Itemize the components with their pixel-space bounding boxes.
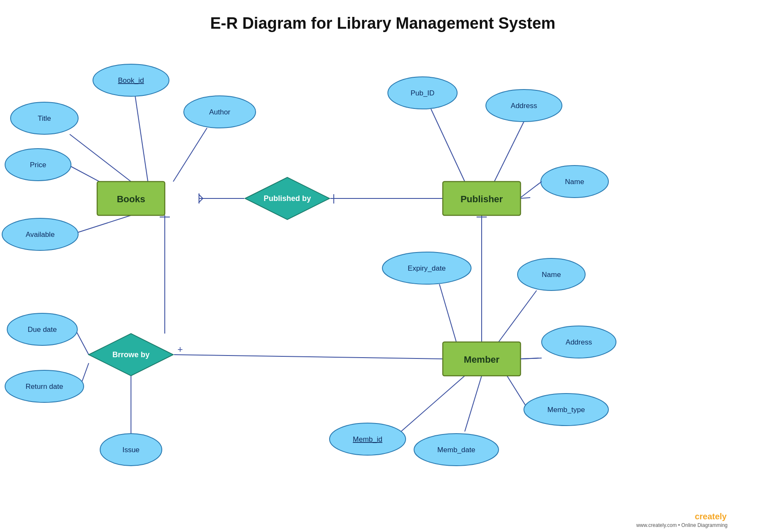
conn-books-title xyxy=(70,134,131,182)
attr-memb-type-label: Memb_type xyxy=(548,406,585,414)
attr-pub-id-label: Pub_ID xyxy=(411,89,435,97)
attr-memb-date-label: Memb_date xyxy=(437,446,475,454)
attr-return-date-label: Return date xyxy=(26,383,63,391)
attr-mem-name-label: Name xyxy=(542,271,561,279)
conn-mem-expiry xyxy=(439,284,456,342)
attr-memb-id-label: Memb_id xyxy=(353,435,382,443)
conn-mem-membtype xyxy=(507,376,528,410)
attr-title-label: Title xyxy=(38,114,51,122)
attr-author-label: Author xyxy=(209,108,230,116)
conn-pub-name xyxy=(520,198,530,198)
attr-pub-address-label: Address xyxy=(511,102,537,110)
svg-line-8 xyxy=(521,182,542,198)
relation-published-by-label: Published by xyxy=(264,194,311,203)
conn-books-available xyxy=(72,215,131,234)
conn-brrowe-member xyxy=(174,355,443,359)
conn-mem-name xyxy=(499,290,537,342)
attr-book-id-label: Book_id xyxy=(118,76,144,84)
attr-expiry-date-label: Expiry_date xyxy=(408,264,446,272)
diagram-title: E-R Diagram for Library Management Syste… xyxy=(210,14,555,32)
plus-brrowe: + xyxy=(177,344,183,355)
attr-due-date-label: Due date xyxy=(28,326,57,334)
watermark-sub: www.creately.com • Online Diagramming xyxy=(636,522,728,528)
relation-brrowe-by-label: Brrowe by xyxy=(112,350,150,359)
conn-pub-pubid xyxy=(431,109,465,182)
conn-books-author xyxy=(173,128,207,182)
attr-pub-name-label: Name xyxy=(565,178,584,186)
conn-books-bookid xyxy=(135,96,148,182)
conn-brrowe-duedate xyxy=(75,329,89,355)
conn-mem-membdate xyxy=(465,376,482,432)
svg-line-9 xyxy=(521,358,542,359)
entity-member-label: Member xyxy=(464,354,500,365)
attr-available-label: Available xyxy=(26,231,55,239)
attr-price-label: Price xyxy=(30,161,46,169)
conn-pub-address xyxy=(494,122,524,182)
entity-publisher-label: Publisher xyxy=(461,194,503,204)
attr-issue-label: Issue xyxy=(123,446,140,454)
watermark-creately: creately xyxy=(695,512,727,521)
attr-mem-address-label: Address xyxy=(566,338,592,346)
conn-mem-membid xyxy=(397,376,465,435)
entity-books-label: Books xyxy=(117,194,145,204)
